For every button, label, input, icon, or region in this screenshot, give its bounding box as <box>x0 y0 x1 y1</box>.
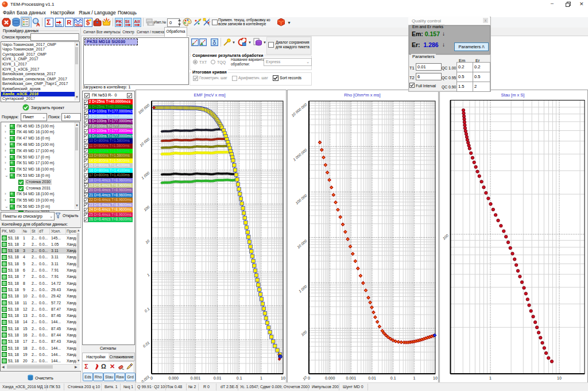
svg-text:100: 100 <box>442 233 449 241</box>
svg-text:0.001: 0.001 <box>191 376 201 380</box>
svg-text:100 000: 100 000 <box>137 103 150 115</box>
svg-text:10 000 000: 10 000 000 <box>291 102 308 118</box>
svg-text:10 000: 10 000 <box>296 239 308 249</box>
svg-text:10: 10 <box>557 376 562 380</box>
svg-text:0.01: 0.01 <box>214 376 222 380</box>
svg-text:1: 1 <box>146 273 150 277</box>
svg-text:1: 1 <box>413 376 415 380</box>
svg-text:0.1: 0.1 <box>144 307 150 313</box>
svg-text:1 000: 1 000 <box>298 284 308 293</box>
svg-text:0.01: 0.01 <box>142 340 150 349</box>
svg-text:10: 10 <box>302 375 308 381</box>
svg-text:1 000 000: 1 000 000 <box>292 148 308 161</box>
svg-text:0: 0 <box>308 376 310 380</box>
svg-text:100: 100 <box>143 204 150 212</box>
svg-text:0.000: 0.000 <box>325 376 335 380</box>
svg-text:10: 10 <box>281 376 285 380</box>
svg-text:0.01: 0.01 <box>368 376 376 380</box>
svg-text:Stau [m x S]: Stau [m x S] <box>501 92 525 98</box>
svg-text:1: 1 <box>260 376 262 380</box>
svg-text:10 000: 10 000 <box>139 137 150 147</box>
svg-text:1 000: 1 000 <box>141 171 150 180</box>
svg-text:0: 0 <box>150 376 153 380</box>
svg-text:10: 10 <box>145 239 150 245</box>
svg-text:100 000: 100 000 <box>295 193 308 205</box>
svg-text:0.1: 0.1 <box>390 376 396 380</box>
svg-text:EMF [mcV x ms]: EMF [mcV x ms] <box>194 92 226 98</box>
svg-text:10: 10 <box>433 376 438 380</box>
svg-text:1: 1 <box>489 376 492 380</box>
svg-text:0.000: 0.000 <box>168 376 179 380</box>
svg-text:100: 100 <box>300 330 308 337</box>
svg-text:Rho [Ohm*m x ms]: Rho [Ohm*m x ms] <box>344 92 380 98</box>
svg-text:0.001: 0.001 <box>346 376 357 380</box>
svg-text:0.1: 0.1 <box>237 376 242 380</box>
